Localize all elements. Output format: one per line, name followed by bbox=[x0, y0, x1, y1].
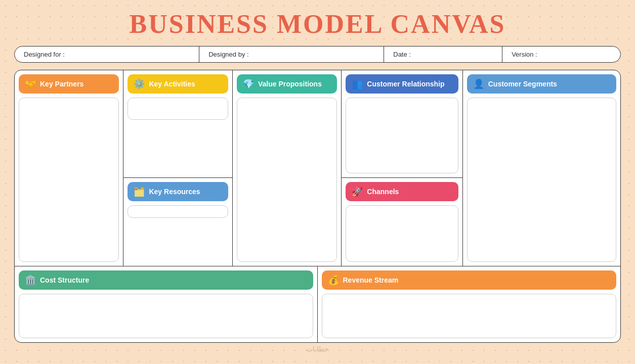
customer-segments-cell: 👤 Customer Segments bbox=[463, 70, 620, 266]
key-activities-content[interactable] bbox=[128, 98, 228, 120]
customer-relationship-content[interactable] bbox=[346, 98, 458, 173]
canvas-bottom-row: 🏛️ Cost Structure 💰 Revenue Stream bbox=[15, 266, 620, 342]
customer-segments-column: 👤 Customer Segments bbox=[463, 70, 620, 266]
customer-segments-icon: 👤 bbox=[473, 78, 484, 89]
customer-segments-label: Customer Segments bbox=[488, 80, 557, 88]
designed-for-field[interactable]: Designed for : bbox=[15, 47, 199, 62]
customer-segments-content[interactable] bbox=[467, 98, 616, 262]
designed-by-label: Designed by : bbox=[208, 51, 249, 58]
key-resources-header: 🗂️ Key Resources bbox=[128, 182, 228, 201]
value-propositions-content[interactable] bbox=[237, 98, 337, 262]
key-activities-cell: ⚙️ Key Activities bbox=[123, 70, 232, 178]
revenue-stream-body[interactable] bbox=[318, 290, 621, 342]
key-resources-content[interactable] bbox=[128, 205, 228, 218]
customer-relationship-label: Customer Relationship bbox=[367, 80, 444, 88]
key-activities-body[interactable] bbox=[123, 94, 232, 124]
value-propositions-icon: 💎 bbox=[243, 78, 254, 89]
channels-icon: 🚀 bbox=[352, 186, 363, 197]
value-propositions-label: Value Propositions bbox=[258, 80, 322, 88]
canvas-main-row: 🤝 Key Partners ⚙️ Key Activities bbox=[15, 70, 620, 266]
crm-channels-column: 👥 Customer Relationship 🚀 Channels bbox=[342, 70, 462, 266]
customer-segments-body[interactable] bbox=[463, 94, 620, 266]
value-propositions-cell: 💎 Value Propositions bbox=[233, 70, 341, 266]
key-activities-inner: ⚙️ Key Activities bbox=[123, 70, 232, 124]
key-activities-label: Key Activities bbox=[149, 80, 195, 88]
channels-content[interactable] bbox=[346, 205, 458, 262]
key-resources-cell: 🗂️ Key Resources bbox=[123, 178, 232, 266]
customer-relationship-body[interactable] bbox=[342, 94, 462, 177]
value-propositions-header: 💎 Value Propositions bbox=[237, 74, 337, 94]
key-activities-icon: ⚙️ bbox=[134, 78, 145, 89]
page-title: BUSINESS MODEL CANVAS bbox=[14, 9, 621, 39]
revenue-stream-content[interactable] bbox=[322, 294, 617, 338]
canvas: 🤝 Key Partners ⚙️ Key Activities bbox=[14, 70, 621, 343]
activities-resources-column: ⚙️ Key Activities 🗂️ Key Resources bbox=[123, 70, 232, 266]
value-propositions-column: 💎 Value Propositions bbox=[233, 70, 342, 266]
customer-relationship-icon: 👥 bbox=[352, 78, 363, 89]
value-propositions-body[interactable] bbox=[233, 94, 341, 266]
key-partners-header: 🤝 Key Partners bbox=[19, 74, 119, 94]
channels-body[interactable] bbox=[342, 201, 462, 266]
designed-by-field[interactable]: Designed by : bbox=[199, 47, 384, 62]
customer-relationship-cell: 👥 Customer Relationship bbox=[342, 70, 462, 178]
customer-relationship-inner: 👥 Customer Relationship bbox=[342, 70, 462, 177]
channels-inner: 🚀 Channels bbox=[342, 178, 462, 266]
cost-structure-column: 🏛️ Cost Structure bbox=[15, 266, 318, 342]
version-field[interactable]: Version : bbox=[502, 47, 620, 62]
key-partners-label: Key Partners bbox=[40, 80, 83, 88]
key-partners-column: 🤝 Key Partners bbox=[15, 70, 123, 266]
key-resources-body[interactable] bbox=[123, 201, 232, 222]
cost-structure-header: 🏛️ Cost Structure bbox=[19, 270, 313, 290]
watermark: خطابات bbox=[307, 345, 328, 353]
customer-relationship-header: 👥 Customer Relationship bbox=[346, 74, 458, 94]
channels-cell: 🚀 Channels bbox=[342, 178, 462, 266]
version-label: Version : bbox=[512, 51, 537, 58]
key-partners-icon: 🤝 bbox=[25, 78, 36, 89]
cost-structure-label: Cost Structure bbox=[40, 276, 89, 284]
key-partners-content[interactable] bbox=[19, 98, 119, 262]
cost-structure-content[interactable] bbox=[19, 294, 313, 338]
cost-structure-icon: 🏛️ bbox=[25, 275, 36, 286]
cost-structure-body[interactable] bbox=[15, 290, 317, 342]
channels-label: Channels bbox=[367, 188, 399, 196]
revenue-stream-icon: 💰 bbox=[328, 275, 339, 286]
revenue-stream-header: 💰 Revenue Stream bbox=[322, 270, 617, 290]
key-resources-label: Key Resources bbox=[149, 188, 200, 196]
revenue-stream-cell: 💰 Revenue Stream bbox=[318, 266, 621, 342]
customer-segments-header: 👤 Customer Segments bbox=[467, 74, 616, 94]
revenue-stream-label: Revenue Stream bbox=[343, 276, 399, 284]
key-resources-icon: 🗂️ bbox=[134, 186, 145, 197]
revenue-stream-column: 💰 Revenue Stream bbox=[318, 266, 621, 342]
date-field[interactable]: Date : bbox=[384, 47, 502, 62]
key-partners-body[interactable] bbox=[15, 94, 123, 266]
cost-structure-cell: 🏛️ Cost Structure bbox=[15, 266, 317, 342]
date-label: Date : bbox=[393, 51, 411, 58]
designed-for-label: Designed for : bbox=[24, 51, 65, 58]
channels-header: 🚀 Channels bbox=[346, 182, 458, 201]
key-partners-cell: 🤝 Key Partners bbox=[15, 70, 123, 266]
meta-row: Designed for : Designed by : Date : Vers… bbox=[14, 46, 621, 63]
key-resources-inner: 🗂️ Key Resources bbox=[123, 178, 232, 222]
key-activities-header: ⚙️ Key Activities bbox=[128, 74, 228, 94]
